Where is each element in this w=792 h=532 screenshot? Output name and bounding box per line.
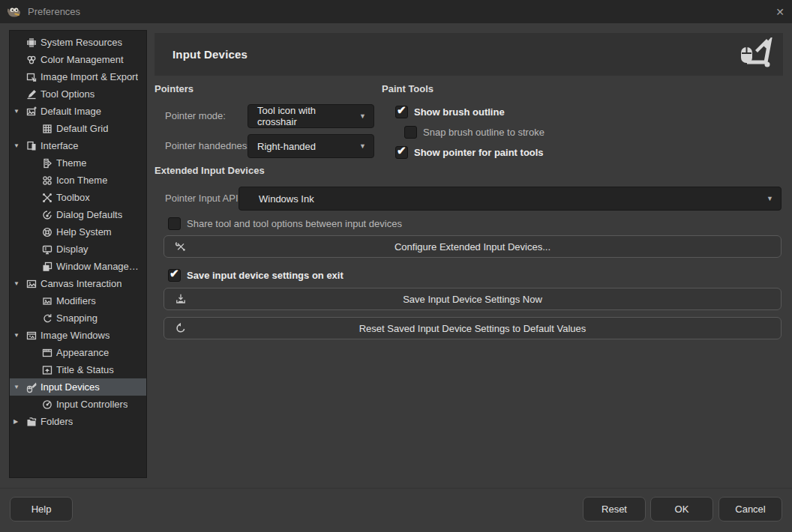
system-resources-icon	[26, 37, 38, 49]
ok-button[interactable]: OK	[650, 497, 713, 522]
expander-open-icon[interactable]: ▼	[14, 378, 26, 396]
pointer-mode-label: Pointer mode:	[165, 104, 226, 128]
sidebar-item-modifiers[interactable]: Modifiers	[10, 292, 146, 309]
show-pointer-paint-tools-checkbox[interactable]: Show pointer for paint tools	[395, 145, 544, 159]
image-windows-icon	[26, 330, 38, 342]
checkbox-label: Save input device settings on exit	[187, 270, 344, 281]
button-label: Reset Saved Input Device Settings to Def…	[359, 323, 586, 334]
window-title: Preferences	[28, 6, 80, 17]
checkbox-icon[interactable]	[404, 126, 417, 139]
expander-open-icon[interactable]: ▼	[14, 137, 26, 154]
pointer-handedness-label: Pointer handedness:	[165, 134, 254, 158]
sidebar-item-label: Image Windows	[40, 330, 110, 341]
sidebar-item-dialog-defaults[interactable]: Dialog Defaults	[10, 206, 146, 223]
sidebar-item-system-resources[interactable]: System Resources	[10, 34, 146, 51]
tool-options-icon	[26, 88, 38, 100]
grid-icon	[41, 123, 53, 135]
sidebar-item-display[interactable]: Display	[10, 241, 146, 258]
checkbox-icon[interactable]	[395, 106, 408, 118]
show-brush-outline-checkbox[interactable]: Show brush outline	[395, 105, 505, 118]
sidebar-item-label: Default Image	[40, 106, 101, 117]
sidebar-item-label: Folders	[40, 416, 73, 427]
sidebar-item-label: Window Management	[56, 261, 146, 272]
sidebar-item-help-system[interactable]: Help System	[10, 223, 146, 241]
checkbox-icon[interactable]	[168, 269, 181, 282]
sidebar-item-appearance[interactable]: Appearance	[10, 344, 146, 361]
button-label: Save Input Device Settings Now	[403, 294, 542, 305]
sidebar-item-label: Icon Theme	[56, 175, 107, 186]
pointers-section-heading: Pointers	[154, 83, 194, 94]
sidebar-tree: System ResourcesColor ManagementImage Im…	[9, 30, 147, 478]
sidebar-item-label: Snapping	[56, 312, 98, 324]
icon-theme-icon	[41, 175, 53, 187]
snap-brush-outline-checkbox[interactable]: Snap brush outline to stroke	[404, 125, 544, 139]
sidebar-item-image-import-export[interactable]: Image Import & Export	[10, 68, 146, 85]
sidebar-item-interface[interactable]: ▼Interface	[10, 137, 146, 154]
default-image-icon	[26, 106, 38, 118]
expander-open-icon[interactable]: ▼	[14, 275, 26, 292]
checkbox-icon[interactable]	[168, 217, 181, 230]
sidebar-item-folders[interactable]: ▶Folders	[10, 413, 146, 430]
sidebar-item-tool-options[interactable]: Tool Options	[10, 85, 146, 103]
checkbox-label: Show brush outline	[414, 106, 505, 118]
sidebar-item-label: Image Import & Export	[40, 71, 138, 82]
snapping-icon	[41, 312, 53, 324]
sidebar-item-label: Dialog Defaults	[56, 209, 122, 220]
sidebar-item-label: Theme	[56, 157, 86, 169]
reset-saved-settings-button[interactable]: Reset Saved Input Device Settings to Def…	[164, 317, 782, 339]
input-controllers-icon	[41, 399, 53, 411]
checkbox-label: Show pointer for paint tools	[414, 147, 544, 158]
sidebar-item-window-management[interactable]: Window Management	[10, 258, 146, 275]
checkbox-icon[interactable]	[395, 146, 408, 159]
save-settings-on-exit-checkbox[interactable]: Save input device settings on exit	[168, 268, 344, 282]
sidebar-item-color-management[interactable]: Color Management	[10, 51, 146, 68]
cancel-button[interactable]: Cancel	[718, 497, 782, 522]
title-bar: Preferences ✕	[0, 0, 792, 23]
extended-input-devices-section-heading: Extended Input Devices	[154, 165, 265, 176]
help-system-icon	[41, 226, 53, 238]
sidebar-item-default-image[interactable]: ▼Default Image	[10, 103, 146, 120]
button-label: Configure Extended Input Devices...	[394, 241, 550, 253]
expander-open-icon[interactable]: ▼	[14, 103, 26, 120]
sidebar-item-canvas-interaction[interactable]: ▼Canvas Interaction	[10, 275, 146, 292]
sidebar-item-icon-theme[interactable]: Icon Theme	[10, 172, 146, 189]
toolbox-icon	[41, 192, 53, 204]
folders-icon	[26, 416, 38, 428]
save-settings-icon	[175, 293, 187, 305]
sidebar-item-label: System Resources	[40, 37, 122, 48]
chevron-down-icon: ▼	[760, 195, 773, 202]
chevron-down-icon: ▼	[353, 142, 366, 150]
close-icon[interactable]: ✕	[764, 6, 784, 18]
sidebar-item-input-controllers[interactable]: Input Controllers	[10, 396, 146, 413]
sidebar-item-input-devices[interactable]: ▼Input Devices	[10, 378, 146, 396]
sidebar-item-label: Canvas Interaction	[40, 278, 122, 289]
expander-closed-icon[interactable]: ▶	[14, 413, 26, 430]
sidebar-item-toolbox[interactable]: Toolbox	[10, 189, 146, 206]
reset-button[interactable]: Reset	[583, 497, 646, 522]
sidebar-item-snapping[interactable]: Snapping	[10, 309, 146, 327]
input-devices-icon	[26, 381, 38, 393]
sidebar-item-label: Input Controllers	[56, 399, 128, 410]
paint-tools-section-heading: Paint Tools	[382, 83, 434, 94]
help-button[interactable]: Help	[10, 497, 73, 522]
sidebar-item-label: Display	[56, 244, 88, 255]
share-tool-options-checkbox[interactable]: Share tool and tool options between inpu…	[168, 217, 402, 230]
sidebar-item-theme[interactable]: Theme	[10, 154, 146, 172]
pointer-mode-value: Tool icon with crosshair	[257, 105, 353, 127]
sidebar-item-label: Interface	[40, 140, 79, 151]
sidebar-item-default-grid[interactable]: Default Grid	[10, 120, 146, 137]
image-import-export-icon	[26, 71, 38, 83]
footer-divider	[0, 488, 792, 489]
save-input-device-settings-button[interactable]: Save Input Device Settings Now	[164, 288, 782, 310]
chevron-down-icon: ▼	[353, 112, 366, 120]
sidebar-item-image-windows[interactable]: ▼Image Windows	[10, 327, 146, 344]
expander-open-icon[interactable]: ▼	[14, 327, 26, 344]
sidebar-item-title-status[interactable]: Title & Status	[10, 361, 146, 378]
sidebar-item-label: Color Management	[40, 54, 124, 65]
color-management-icon	[26, 54, 38, 66]
pointer-input-api-dropdown[interactable]: Windows Ink ▼	[238, 187, 782, 211]
configure-extended-input-devices-button[interactable]: Configure Extended Input Devices...	[164, 235, 782, 258]
interface-icon	[26, 140, 38, 152]
pointer-handedness-dropdown[interactable]: Right-handed ▼	[248, 134, 374, 158]
pointer-mode-dropdown[interactable]: Tool icon with crosshair ▼	[248, 104, 374, 128]
